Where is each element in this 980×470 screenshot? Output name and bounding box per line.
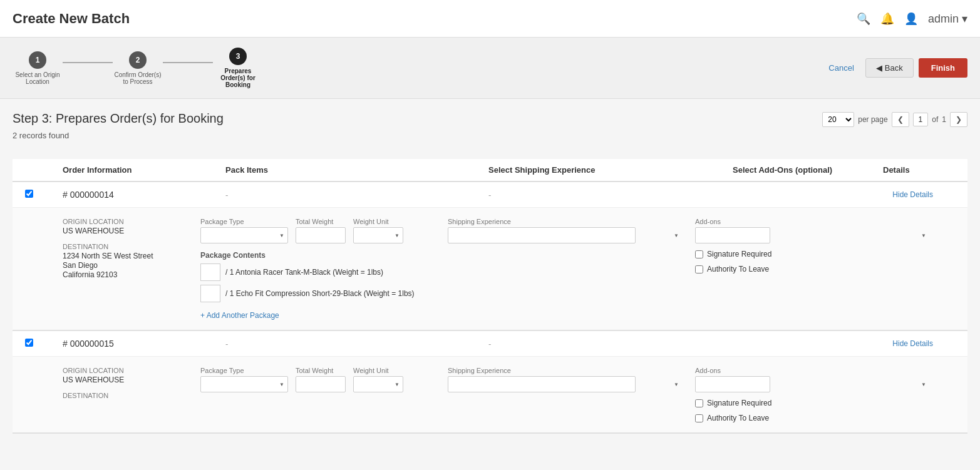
pkg-row-2: Package Type Total Weight Weight Unit <box>200 367 435 392</box>
shipping-exp-select-2[interactable] <box>448 376 636 392</box>
shipping-exp-select-1[interactable] <box>448 227 636 243</box>
total-weight-input-2[interactable] <box>296 376 346 392</box>
pkg-type-select-2[interactable] <box>200 376 288 392</box>
addons-select-2[interactable] <box>695 376 770 392</box>
back-button[interactable]: ◀ Back <box>865 58 914 78</box>
authority-checkbox-row-1: Authority To Leave <box>695 265 930 273</box>
per-page-select[interactable]: 20 50 100 <box>822 112 854 127</box>
current-page: 1 <box>913 113 929 126</box>
pkg-type-label-2: Package Type <box>200 367 288 374</box>
wizard-step-2: 2 Confirm Order(s) to Process <box>113 51 163 85</box>
pkg-item-text-1-2: / 1 Echo Fit Compression Short-29-Black … <box>225 289 415 298</box>
wizard-steps: 1 Select an Origin Location 2 Confirm Or… <box>13 48 263 88</box>
addons-section-2: Add-ons Signature Required Authority To … <box>695 367 930 422</box>
user-icon: 👤 <box>904 12 918 26</box>
admin-menu[interactable]: admin ▾ <box>928 12 967 26</box>
dest-line-3-1: California 92103 <box>63 270 188 279</box>
shipping-exp-group-2: Shipping Experience <box>448 367 683 392</box>
order-info-block-2: Origin Location US WAREHOUSE Destination <box>63 367 188 401</box>
origin-location-label-2: Origin Location <box>63 367 188 374</box>
destination-label-2: Destination <box>63 392 188 399</box>
prev-page-button[interactable]: ❮ <box>892 112 909 127</box>
addons-select-wrapper-2 <box>695 376 930 392</box>
col-shipping-exp: Select Shipping Experience <box>488 165 733 175</box>
signature-checkbox-row-2: Signature Required <box>695 399 930 407</box>
pkg-contents-label-1: Package Contents <box>200 251 435 260</box>
signature-label-2[interactable]: Signature Required <box>707 399 771 407</box>
cancel-button[interactable]: Cancel <box>822 59 860 76</box>
col-checkbox <box>25 165 63 175</box>
records-found: 2 records found <box>13 131 69 140</box>
total-weight-group-2: Total Weight <box>296 367 346 392</box>
wizard-bar: 1 Select an Origin Location 2 Confirm Or… <box>0 38 980 99</box>
step-line-2 <box>163 62 213 63</box>
total-pages: 1 <box>942 115 946 124</box>
order-checkbox-2[interactable] <box>25 339 63 349</box>
col-order-info: Order Information <box>63 165 225 175</box>
wizard-step-3: 3 Prepares Order(s) for Booking <box>213 48 263 88</box>
signature-checkbox-1[interactable] <box>695 250 703 258</box>
total-weight-group-1: Total Weight <box>296 218 346 243</box>
authority-label-1[interactable]: Authority To Leave <box>707 265 769 273</box>
origin-location-label-1: Origin Location <box>63 218 188 225</box>
addons-select-1[interactable] <box>695 227 770 243</box>
shipping-exp-wrapper-1 <box>448 227 683 243</box>
weight-unit-group-2: Weight Unit <box>353 367 403 392</box>
weight-unit-label-2: Weight Unit <box>353 367 403 374</box>
weight-unit-select-2[interactable] <box>353 376 403 392</box>
weight-unit-group-1: Weight Unit <box>353 218 403 243</box>
hide-details-2[interactable]: Hide Details <box>883 339 933 348</box>
pkg-type-group-1: Package Type <box>200 218 288 243</box>
finish-button[interactable]: Finish <box>919 58 967 78</box>
step-circle-1: 1 <box>29 51 46 69</box>
destination-label-1: Destination <box>63 243 188 250</box>
step-label-3: Prepares Order(s) for Booking <box>213 68 263 88</box>
main-content: Step 3: Prepares Order(s) for Booking 2 … <box>0 99 980 446</box>
dest-line-1-1: 1234 North SE West Street <box>63 252 188 260</box>
total-weight-input-1[interactable] <box>296 227 346 243</box>
back-chevron-icon: ◀ <box>876 63 882 73</box>
origin-location-value-2: US WAREHOUSE <box>63 375 188 384</box>
pkg-item-qty-1-2 <box>200 285 220 302</box>
weight-unit-select-wrapper-1 <box>353 227 403 243</box>
top-bar-icons: 🔍 🔔 👤 admin ▾ <box>857 12 967 26</box>
step-line-1 <box>63 62 113 63</box>
search-icon[interactable]: 🔍 <box>857 12 870 26</box>
table-header: Order Information Pack Items Select Ship… <box>13 159 967 182</box>
destination-block-1: Destination 1234 North SE West Street Sa… <box>63 243 188 279</box>
pagination-bar: 20 50 100 per page ❮ 1 of 1 ❯ <box>822 112 967 127</box>
hide-details-1[interactable]: Hide Details <box>883 190 933 199</box>
col-pack-items: Pack Items <box>225 165 488 175</box>
total-weight-label-1: Total Weight <box>296 218 346 225</box>
addons-section-1: Add-ons Signature Required Authority To … <box>695 218 930 273</box>
shipping-section-1: Shipping Experience <box>448 218 683 243</box>
weight-unit-select-1[interactable] <box>353 227 403 243</box>
order-checkbox-1[interactable] <box>25 190 63 200</box>
total-weight-label-2: Total Weight <box>296 367 346 374</box>
order-detail-row-2: Origin Location US WAREHOUSE Destination… <box>13 357 967 433</box>
pkg-type-select-1[interactable] <box>200 227 288 243</box>
step-circle-2: 2 <box>129 51 147 69</box>
order-pack-dash-1: - <box>225 190 488 200</box>
notification-icon[interactable]: 🔔 <box>880 12 894 26</box>
detail-grid-2: Origin Location US WAREHOUSE Destination… <box>63 367 930 422</box>
dest-line-2-1: San Diego <box>63 261 188 270</box>
destination-block-2: Destination <box>63 392 188 399</box>
addons-select-wrapper-1 <box>695 227 930 243</box>
per-page-label: per page <box>858 115 887 124</box>
page-of-label: of <box>932 115 938 124</box>
step-label-2: Confirm Order(s) to Process <box>113 71 163 85</box>
add-package-link-1[interactable]: + Add Another Package <box>200 311 279 320</box>
pkg-item-qty-1-1 <box>200 263 220 281</box>
shipping-exp-label-1: Shipping Experience <box>448 218 683 225</box>
signature-label-1[interactable]: Signature Required <box>707 250 771 258</box>
next-page-button[interactable]: ❯ <box>950 112 967 127</box>
order-detail-row-1: Origin Location US WAREHOUSE Destination… <box>13 208 967 330</box>
col-addons: Select Add-Ons (optional) <box>733 165 883 175</box>
shipping-exp-group-1: Shipping Experience <box>448 218 683 243</box>
authority-checkbox-2[interactable] <box>695 414 703 422</box>
authority-label-2[interactable]: Authority To Leave <box>707 414 769 422</box>
authority-checkbox-1[interactable] <box>695 265 703 273</box>
origin-location-value-1: US WAREHOUSE <box>63 227 188 235</box>
signature-checkbox-2[interactable] <box>695 399 703 407</box>
